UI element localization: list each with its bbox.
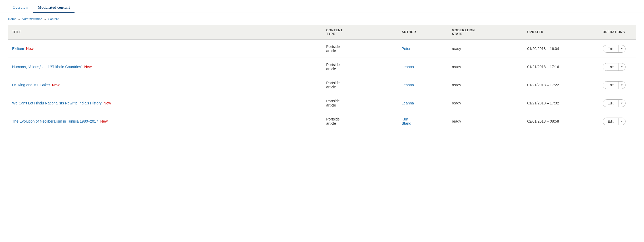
cell-updated: 01/21/2018 – 17:22 — [523, 76, 598, 94]
cell-content-type: Portsidearticle — [322, 58, 397, 76]
edit-button-group: Edit▾ — [603, 99, 626, 107]
col-header-moderation-state: MODERATIONSTATE — [448, 25, 523, 40]
breadcrumb: Home » Administration » Content — [0, 13, 644, 25]
edit-button[interactable]: Edit — [603, 63, 618, 70]
badge-new: New — [83, 65, 92, 69]
badge-new: New — [25, 47, 33, 51]
cell-moderation-state: ready — [448, 112, 523, 130]
table-row: We Can't Let Hindu Nationalists Rewrite … — [8, 94, 636, 112]
cell-title: Humans, “Aliens,” and “Shithole Countrie… — [8, 58, 322, 76]
breadcrumb-separator-2: » — [44, 17, 46, 21]
edit-button[interactable]: Edit — [603, 82, 618, 89]
title-link[interactable]: Humans, “Aliens,” and “Shithole Countrie… — [12, 65, 82, 69]
cell-author: Leanna — [397, 58, 448, 76]
author-link[interactable]: Peter — [402, 47, 410, 51]
badge-new: New — [51, 83, 60, 87]
title-link[interactable]: Dr. King and Ms. Baker — [12, 83, 50, 87]
content-table: TITLE CONTENTTYPE AUTHOR MODERATIONSTATE… — [8, 25, 636, 130]
cell-content-type: Portsidearticle — [322, 94, 397, 112]
cell-moderation-state: ready — [448, 58, 523, 76]
cell-moderation-state: ready — [448, 76, 523, 94]
cell-updated: 02/01/2018 – 08:58 — [523, 112, 598, 130]
author-link[interactable]: Leanna — [402, 83, 414, 87]
breadcrumb-content[interactable]: Content — [48, 17, 59, 21]
cell-operations: Edit▾ — [598, 112, 636, 130]
edit-button-group: Edit▾ — [603, 45, 626, 53]
badge-new: New — [103, 101, 111, 105]
table-body: Exilium NewPortsidearticlePeterready01/2… — [8, 40, 636, 130]
breadcrumb-separator-1: » — [18, 17, 20, 21]
breadcrumb-administration[interactable]: Administration — [22, 17, 42, 21]
edit-button[interactable]: Edit — [603, 100, 618, 107]
tabs-container: Overview Moderated content — [0, 0, 644, 13]
cell-updated: 01/21/2018 – 17:16 — [523, 58, 598, 76]
cell-title: We Can't Let Hindu Nationalists Rewrite … — [8, 94, 322, 112]
col-header-author: AUTHOR — [397, 25, 448, 40]
author-link[interactable]: Leanna — [402, 65, 414, 69]
cell-moderation-state: ready — [448, 40, 523, 58]
title-link[interactable]: Exilium — [12, 47, 24, 51]
cell-title: Exilium New — [8, 40, 322, 58]
cell-title: Dr. King and Ms. Baker New — [8, 76, 322, 94]
edit-dropdown-button[interactable]: ▾ — [618, 100, 625, 107]
col-header-operations: OPERATIONS — [598, 25, 636, 40]
title-link[interactable]: The Evolution of Neoliberalism in Tunisi… — [12, 119, 98, 123]
title-link[interactable]: We Can't Let Hindu Nationalists Rewrite … — [12, 101, 102, 105]
table-row: Dr. King and Ms. Baker NewPortsidearticl… — [8, 76, 636, 94]
cell-content-type: Portsidearticle — [322, 76, 397, 94]
cell-updated: 01/21/2018 – 17:32 — [523, 94, 598, 112]
col-header-title: TITLE — [8, 25, 322, 40]
cell-operations: Edit▾ — [598, 76, 636, 94]
tab-moderated-content[interactable]: Moderated content — [33, 3, 75, 13]
tab-overview[interactable]: Overview — [8, 3, 33, 13]
col-header-updated: UPDATED — [523, 25, 598, 40]
cell-content-type: Portsidearticle — [322, 112, 397, 130]
cell-operations: Edit▾ — [598, 58, 636, 76]
author-link[interactable]: Leanna — [402, 101, 414, 105]
table-row: Exilium NewPortsidearticlePeterready01/2… — [8, 40, 636, 58]
edit-dropdown-button[interactable]: ▾ — [618, 82, 625, 88]
author-link[interactable]: KurtStand — [402, 117, 411, 125]
edit-dropdown-button[interactable]: ▾ — [618, 46, 625, 52]
edit-dropdown-button[interactable]: ▾ — [618, 64, 625, 70]
cell-operations: Edit▾ — [598, 94, 636, 112]
edit-button[interactable]: Edit — [603, 45, 618, 52]
table-row: Humans, “Aliens,” and “Shithole Countrie… — [8, 58, 636, 76]
cell-content-type: Portsidearticle — [322, 40, 397, 58]
table-container: TITLE CONTENTTYPE AUTHOR MODERATIONSTATE… — [0, 25, 644, 130]
cell-author: Peter — [397, 40, 448, 58]
edit-button-group: Edit▾ — [603, 63, 626, 71]
cell-updated: 01/20/2018 – 16:04 — [523, 40, 598, 58]
cell-moderation-state: ready — [448, 94, 523, 112]
cell-operations: Edit▾ — [598, 40, 636, 58]
edit-button-group: Edit▾ — [603, 81, 626, 89]
edit-button-group: Edit▾ — [603, 118, 626, 125]
cell-author: Leanna — [397, 94, 448, 112]
col-header-content-type: CONTENTTYPE — [322, 25, 397, 40]
table-header-row: TITLE CONTENTTYPE AUTHOR MODERATIONSTATE… — [8, 25, 636, 40]
badge-new: New — [99, 119, 108, 123]
breadcrumb-home[interactable]: Home — [8, 17, 16, 21]
edit-dropdown-button[interactable]: ▾ — [618, 118, 625, 125]
cell-author: KurtStand — [397, 112, 448, 130]
cell-author: Leanna — [397, 76, 448, 94]
cell-title: The Evolution of Neoliberalism in Tunisi… — [8, 112, 322, 130]
table-row: The Evolution of Neoliberalism in Tunisi… — [8, 112, 636, 130]
edit-button[interactable]: Edit — [603, 118, 618, 125]
